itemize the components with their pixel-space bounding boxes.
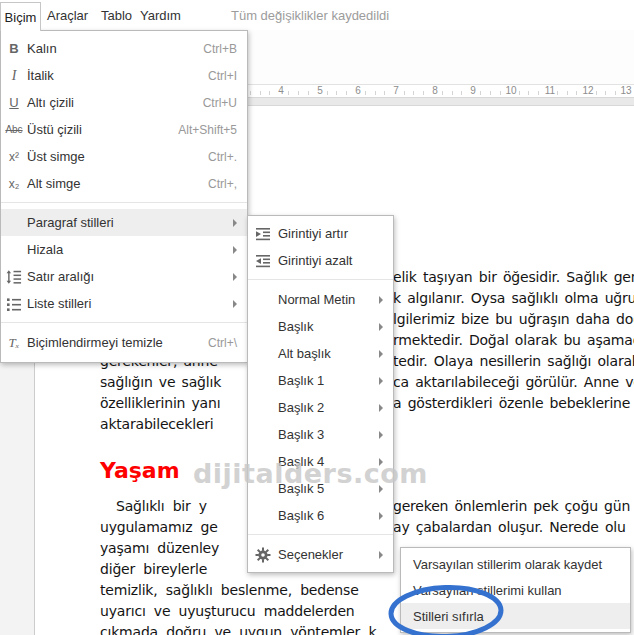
doc-text-line: tedir. Olaya nesillerin sağlığı olarak	[393, 352, 634, 370]
menu-item-decrease-indent[interactable]: Girintiyi azalt	[248, 247, 393, 274]
ruler-number: 6	[352, 85, 364, 96]
doc-text-line: diğer bireylerle	[100, 560, 207, 578]
menu-item-save-default-styles[interactable]: Varsayılan stillerim olarak kaydet	[401, 551, 630, 577]
submenu-arrow-icon	[233, 246, 247, 254]
google-docs-window: Biçim Araçlar Tablo Yardım Tüm değişikli…	[0, 0, 634, 635]
doc-text-line: ay çabalardan oluşur. Nerede olu	[393, 518, 626, 536]
doc-text-line: sağlığın ve sağlık	[100, 373, 221, 391]
doc-text-line: lgilerimiz bize bu uğraşın daha doğu	[393, 310, 634, 328]
ruler-number: 8	[429, 85, 441, 96]
menu-item-subscript[interactable]: x₂ Alt simge Ctrl+,	[1, 170, 247, 197]
options-menu: Varsayılan stillerim olarak kaydet Varsa…	[400, 547, 631, 633]
submenu-arrow-icon	[379, 431, 393, 439]
submenu-arrow-icon	[233, 219, 247, 227]
menu-item-superscript[interactable]: x² Üst simge Ctrl+.	[1, 143, 247, 170]
submenu-arrow-icon	[379, 485, 393, 493]
submenu-arrow-icon	[379, 458, 393, 466]
doc-text-line: a gösterdikleri özenle bebeklerine s	[393, 394, 634, 412]
menu-item-list-styles[interactable]: Liste stilleri	[1, 290, 247, 317]
ruler-number: 9	[467, 85, 479, 96]
menu-item-strikethrough[interactable]: Abc Üstü çizili Alt+Shift+5	[1, 116, 247, 143]
menu-item-subtitle[interactable]: Alt başlık	[248, 340, 393, 367]
menu-bicim-label: Biçim	[5, 10, 37, 25]
menu-divider	[248, 534, 393, 535]
ruler-number: 12	[582, 85, 594, 96]
increase-indent-icon	[248, 226, 278, 242]
menu-item-heading-6[interactable]: Başlık 6	[248, 502, 393, 529]
menu-item-title[interactable]: Başlık	[248, 313, 393, 340]
submenu-arrow-icon	[379, 350, 393, 358]
doc-text-line: aktarabilecekleri	[100, 415, 214, 433]
menu-item-heading-4[interactable]: Başlık 4	[248, 448, 393, 475]
ruler-number: 4	[275, 85, 287, 96]
bold-icon: B	[1, 41, 27, 56]
ruler-ticks	[250, 91, 634, 95]
submenu-arrow-icon	[379, 377, 393, 385]
menu-item-line-spacing[interactable]: Satır aralığı	[1, 263, 247, 290]
menu-item-normal-text[interactable]: Normal Metin	[248, 286, 393, 313]
menu-item-bold[interactable]: B Kalın Ctrl+B	[1, 35, 247, 62]
menu-item-heading-3[interactable]: Başlık 3	[248, 421, 393, 448]
doc-text-line: elik taşıyan bir öğesidir. Sağlık gene	[393, 268, 634, 286]
doc-text-line: gereken önlemlerin pek çoğu gün	[393, 497, 630, 515]
subscript-icon: x₂	[1, 177, 27, 191]
format-menu: B Kalın Ctrl+B I İtalik Ctrl+I U Altı çi…	[0, 30, 248, 363]
superscript-icon: x²	[1, 150, 27, 164]
menu-bicim[interactable]: Biçim	[0, 2, 41, 31]
gear-icon	[248, 547, 278, 563]
doc-text-line: ca aktarılabileceği görülür. Anne ve	[393, 373, 634, 391]
menu-araclar[interactable]: Araçlar	[47, 8, 88, 23]
submenu-arrow-icon	[233, 273, 247, 281]
menu-item-clear-formatting[interactable]: Tₓ Biçimlendirmeyi temizle Ctrl+\	[1, 329, 247, 356]
list-styles-icon	[1, 296, 27, 312]
menu-divider	[1, 202, 247, 203]
menu-item-italic[interactable]: I İtalik Ctrl+I	[1, 62, 247, 89]
doc-text-line: k algılanır. Oysa sağlıklı olma uğrund	[393, 289, 634, 307]
submenu-arrow-icon	[379, 296, 393, 304]
clear-formatting-icon: Tₓ	[1, 335, 27, 351]
menu-item-reset-styles[interactable]: Stilleri sıfırla	[401, 603, 630, 629]
autosave-status: Tüm değişiklikler kaydedildi	[231, 8, 389, 23]
italic-icon: I	[1, 68, 27, 84]
decrease-indent-icon	[248, 253, 278, 269]
menu-divider	[248, 279, 393, 280]
submenu-arrow-icon	[379, 404, 393, 412]
menu-item-heading-2[interactable]: Başlık 2	[248, 394, 393, 421]
ruler-number: 7	[390, 85, 402, 96]
submenu-arrow-icon	[233, 300, 247, 308]
submenu-arrow-icon	[379, 323, 393, 331]
submenu-arrow-icon	[379, 551, 393, 559]
doc-text-line: Sağlıklı bir y	[116, 497, 207, 515]
menu-item-underline[interactable]: U Altı çizili Ctrl+U	[1, 89, 247, 116]
doc-text-line: çıkmada doğru ve uygun yöntemler k	[100, 623, 376, 635]
ruler-number: 5	[314, 85, 326, 96]
menu-item-increase-indent[interactable]: Girintiyi artır	[248, 220, 393, 247]
menu-item-options[interactable]: Seçenekler	[248, 541, 393, 568]
paragraph-styles-menu: Girintiyi artır Girintiyi azalt Normal M…	[247, 215, 394, 573]
line-spacing-icon	[1, 269, 27, 285]
menu-item-paragraph-styles[interactable]: Paragraf stilleri	[1, 209, 247, 236]
doc-text-line: yaşamı düzenley	[100, 539, 219, 557]
ruler-number: 11	[544, 85, 556, 96]
doc-text-line: özelliklerinin yanı	[100, 394, 220, 412]
doc-text-line: uygulamamız ge	[100, 518, 218, 536]
menu-item-align[interactable]: Hizala	[1, 236, 247, 263]
doc-text-line: rmektedir. Doğal olarak bu aşamad	[393, 331, 634, 349]
ruler-number: 13	[620, 85, 632, 96]
doc-text-line: temizlik, sağlıklı beslenme, bedense	[100, 581, 359, 599]
ruler-number: 10	[505, 85, 517, 96]
menu-item-use-default-styles[interactable]: Varsayılan stillerimi kullan	[401, 577, 630, 603]
menu-item-heading-1[interactable]: Başlık 1	[248, 367, 393, 394]
submenu-arrow-icon	[379, 512, 393, 520]
strikethrough-icon: Abc	[1, 124, 27, 135]
doc-heading: Yaşam	[100, 458, 180, 483]
menu-item-heading-5[interactable]: Başlık 5	[248, 475, 393, 502]
menu-yardim[interactable]: Yardım	[140, 8, 181, 23]
menu-tablo[interactable]: Tablo	[101, 8, 132, 23]
underline-icon: U	[1, 95, 27, 110]
menu-divider	[1, 322, 247, 323]
doc-text-line: uyarıcı ve uyuşturucu maddelerden	[100, 602, 355, 620]
